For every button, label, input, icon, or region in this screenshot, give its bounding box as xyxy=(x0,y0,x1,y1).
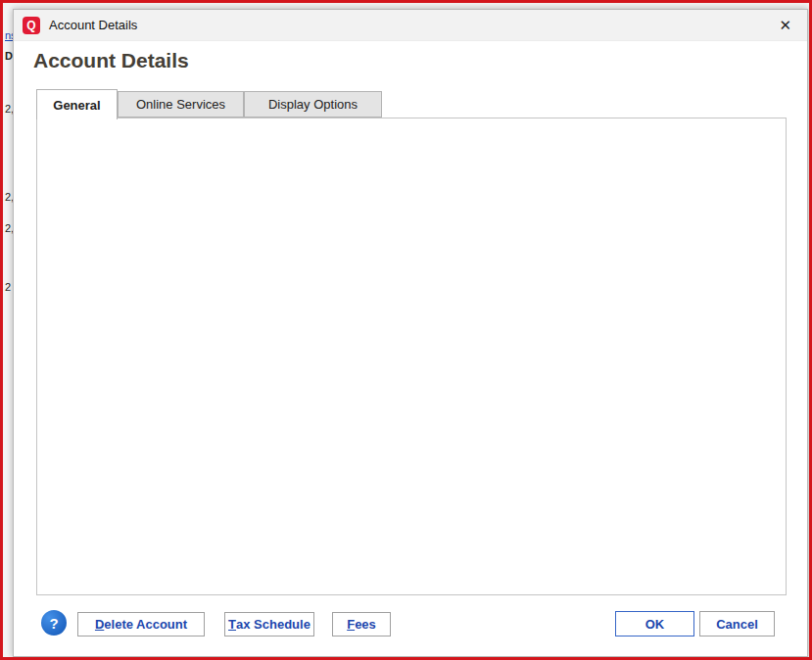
tab-online-services[interactable]: Online Services xyxy=(118,91,244,118)
dialog-titlebar[interactable]: Q Account Details ✕ xyxy=(14,10,807,41)
ok-button[interactable]: OK xyxy=(615,611,694,636)
screenshot-root: ns D 2, 2, 2, 2 Q Account Details ✕ Acco… xyxy=(0,0,812,660)
background-text-fragment: 2 xyxy=(5,281,11,293)
general-tab-panel xyxy=(36,118,787,595)
tax-schedule-button[interactable]: Tax Schedule xyxy=(224,612,314,636)
delete-account-button[interactable]: Delete Account xyxy=(77,612,205,636)
help-button[interactable]: ? xyxy=(41,610,67,636)
page-title: Account Details xyxy=(33,49,189,72)
tab-general[interactable]: General xyxy=(36,89,118,119)
account-details-dialog: Q Account Details ✕ Account Details Gene… xyxy=(13,9,808,657)
tab-display-options[interactable]: Display Options xyxy=(244,91,382,118)
cancel-button[interactable]: Cancel xyxy=(699,611,775,636)
background-text-fragment: D xyxy=(5,50,13,62)
close-icon[interactable]: ✕ xyxy=(779,17,791,34)
quicken-logo-icon: Q xyxy=(23,17,40,34)
fees-button[interactable]: Fees xyxy=(332,612,391,636)
window-title: Account Details xyxy=(49,18,137,32)
